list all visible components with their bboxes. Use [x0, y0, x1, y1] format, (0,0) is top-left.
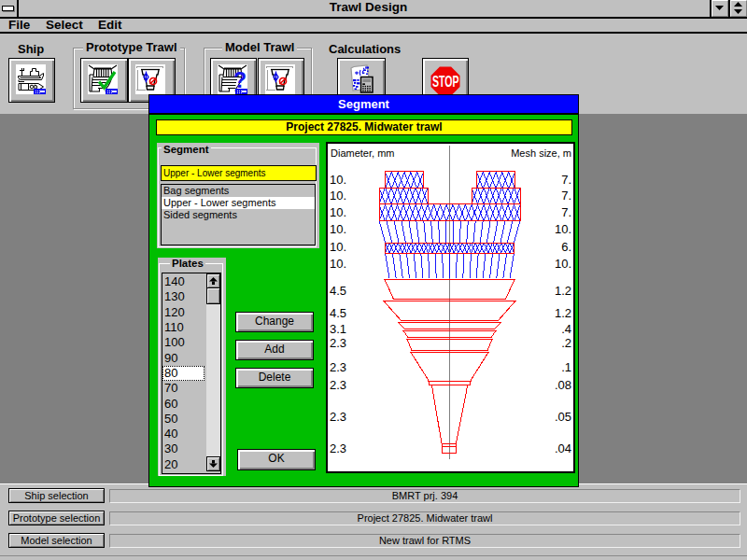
- svg-text:2.3: 2.3: [330, 441, 346, 455]
- svg-text:2.3: 2.3: [330, 336, 346, 350]
- svg-text:1.2: 1.2: [555, 284, 571, 298]
- svg-text:10.: 10.: [555, 222, 571, 236]
- svg-text:2.3: 2.3: [330, 360, 346, 374]
- svg-text:1.2: 1.2: [555, 306, 571, 320]
- svg-text:.08: .08: [555, 378, 571, 392]
- svg-text:7.: 7.: [561, 189, 571, 203]
- svg-text:3.1: 3.1: [330, 322, 346, 336]
- svg-text:10.: 10.: [330, 257, 346, 271]
- svg-text:.1: .1: [561, 360, 571, 374]
- svg-text:10.: 10.: [330, 222, 346, 236]
- svg-text:4.5: 4.5: [330, 284, 346, 298]
- svg-text:6.: 6.: [561, 240, 571, 254]
- svg-text:Diameter, mm: Diameter, mm: [331, 147, 394, 159]
- svg-text:10.: 10.: [330, 173, 346, 187]
- svg-text:10.: 10.: [330, 205, 346, 219]
- svg-text:STOP: STOP: [432, 73, 459, 90]
- svg-text:7.: 7.: [561, 173, 571, 187]
- svg-text:.04: .04: [555, 441, 571, 455]
- svg-text:.4: .4: [561, 322, 571, 336]
- svg-text:10.: 10.: [330, 189, 346, 203]
- svg-text:10.: 10.: [330, 240, 346, 254]
- svg-text:Mesh size, m: Mesh size, m: [511, 147, 571, 159]
- svg-text:.2: .2: [561, 336, 571, 350]
- svg-text:7.: 7.: [561, 205, 571, 219]
- svg-text:4.5: 4.5: [330, 306, 346, 320]
- svg-text:.05: .05: [555, 410, 571, 424]
- svg-text:2.3: 2.3: [330, 378, 346, 392]
- svg-text:10.: 10.: [555, 257, 571, 271]
- svg-text:2.3: 2.3: [330, 410, 346, 424]
